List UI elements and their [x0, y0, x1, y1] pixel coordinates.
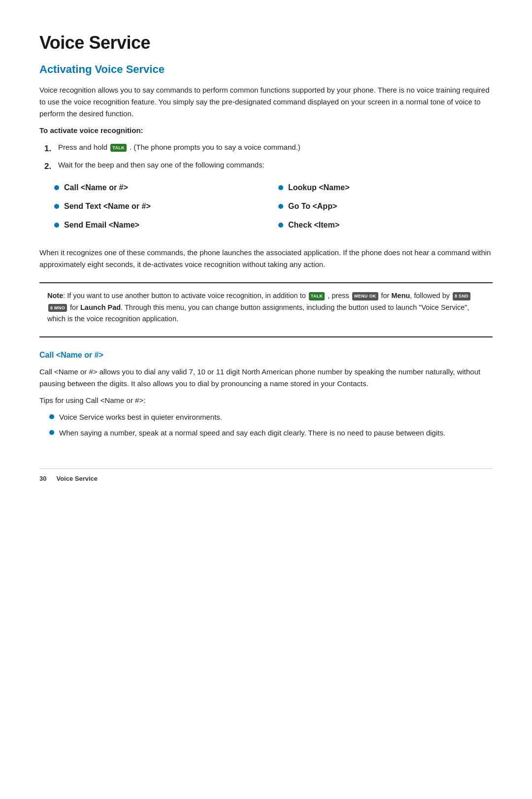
command-lookup: Lookup <Name>	[278, 182, 493, 194]
talk-button-icon: TALK	[110, 144, 127, 152]
recognition-paragraph: When it recognizes one of these commands…	[39, 247, 493, 270]
steps-list: 1. Press and hold TALK . (The phone prom…	[39, 141, 493, 173]
step-1-number: 1.	[44, 141, 58, 155]
bullet-dot-tip1	[49, 414, 54, 419]
step-2-number: 2.	[44, 159, 58, 173]
note-label: Note	[47, 292, 63, 300]
tip-1-text: Voice Service works best in quieter envi…	[59, 411, 222, 423]
intro-paragraph: Voice recognition allows you to say comm…	[39, 84, 493, 120]
note-text: Note: If you want to use another button …	[47, 290, 485, 325]
command-sendemail-label: Send Email <Name>	[64, 219, 139, 231]
section-title: Activating Voice Service	[39, 61, 493, 77]
command-check-label: Check <Item>	[288, 219, 339, 231]
page-footer: 30 Voice Service	[39, 468, 493, 484]
bullet-dot-call	[54, 185, 59, 190]
activate-heading: To activate voice recognition:	[39, 125, 493, 136]
tips-label: Tips for using Call <Name or #>:	[39, 395, 493, 406]
note-for1: for	[381, 292, 390, 300]
key-6-icon: 6 MNO	[48, 304, 67, 312]
command-sendemail: Send Email <Name>	[54, 219, 268, 231]
note-followed: , followed by	[410, 292, 450, 300]
call-subsection-title: Call <Name or #>	[39, 349, 493, 361]
talk-icon-note: TALK	[309, 292, 325, 300]
bullet-dot-goto	[278, 204, 283, 209]
command-sendtext-label: Send Text <Name or #>	[64, 200, 151, 212]
bullet-dot-tip2	[49, 430, 54, 435]
call-paragraph: Call <Name or #> allows you to dial any …	[39, 366, 493, 390]
command-goto: Go To <App>	[278, 200, 493, 212]
bullet-dot-check	[278, 223, 283, 228]
bullet-dot-sendemail	[54, 223, 59, 228]
launch-pad-label: Launch Pad	[80, 303, 121, 311]
step-2: 2. Wait for the beep and then say one of…	[44, 159, 493, 173]
bullet-dot-sendtext	[54, 204, 59, 209]
menu-ok-icon: MENU OK	[352, 292, 378, 300]
command-call-label: Call <Name or #>	[64, 182, 128, 194]
bullet-dot-lookup	[278, 185, 283, 190]
step-1: 1. Press and hold TALK . (The phone prom…	[44, 141, 493, 155]
tip-2-text: When saying a number, speak at a normal …	[59, 427, 445, 439]
footer-section-name: Voice Service	[56, 474, 98, 484]
tip-2: When saying a number, speak at a normal …	[49, 427, 493, 439]
note-box: Note: If you want to use another button …	[39, 282, 493, 337]
step-1-text: Press and hold TALK . (The phone prompts…	[58, 141, 300, 153]
commands-grid: Call <Name or #> Lookup <Name> Send Text…	[54, 182, 493, 238]
command-goto-label: Go To <App>	[288, 200, 337, 212]
note-text-1: : If you want to use another button to a…	[63, 292, 306, 300]
tip-1: Voice Service works best in quieter envi…	[49, 411, 493, 423]
menu-bold-label: Menu	[391, 292, 410, 300]
command-lookup-label: Lookup <Name>	[288, 182, 349, 194]
command-check: Check <Item>	[278, 219, 493, 231]
note-text-2: , press	[328, 292, 349, 300]
tips-list: Voice Service works best in quieter envi…	[39, 411, 493, 439]
note-for2: for	[70, 303, 78, 311]
step-2-text: Wait for the beep and then say one of th…	[58, 159, 265, 171]
footer-page-number: 30	[39, 474, 46, 484]
command-sendtext: Send Text <Name or #>	[54, 200, 268, 212]
command-call: Call <Name or #>	[54, 182, 268, 194]
key-8-icon: 8 SND	[453, 292, 470, 300]
page-title: Voice Service	[39, 30, 493, 56]
